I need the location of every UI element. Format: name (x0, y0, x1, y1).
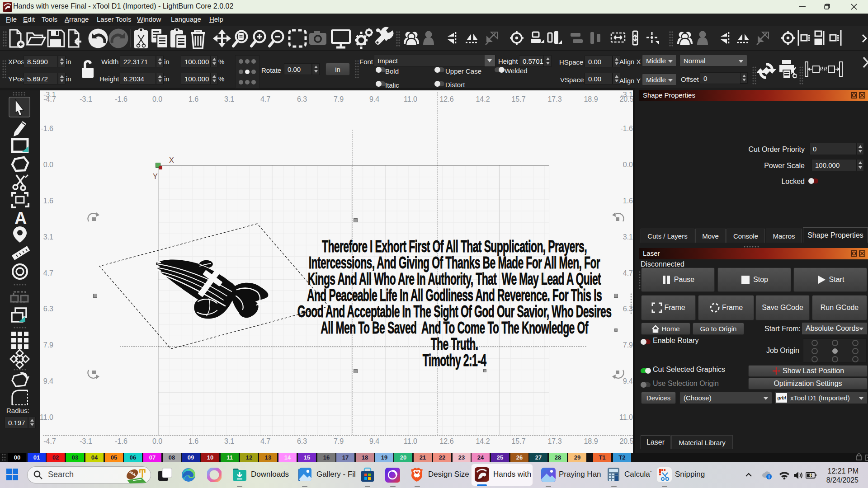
svg-text:A: A (14, 209, 27, 228)
svg-text:i: i (769, 475, 770, 479)
